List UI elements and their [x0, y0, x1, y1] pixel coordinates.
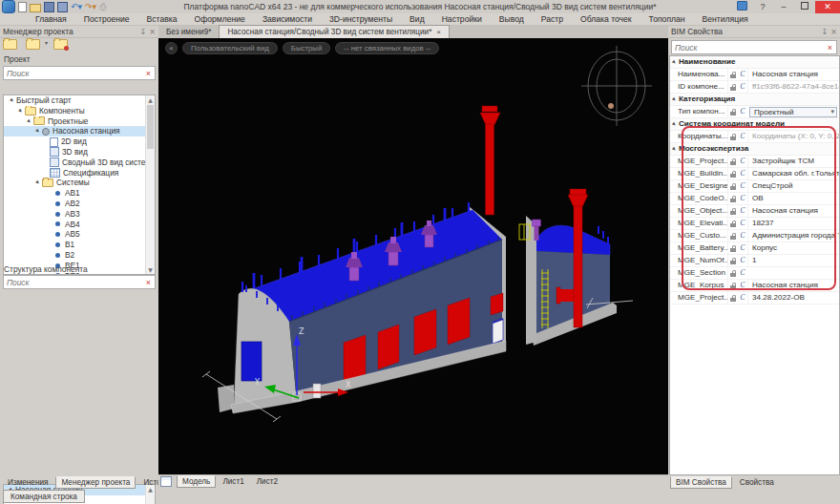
bim-search-input[interactable] — [672, 43, 824, 52]
menu-draw[interactable]: Построение — [75, 13, 138, 26]
tab-properties[interactable]: Свойства — [734, 476, 780, 489]
prop-row-mge[interactable]: MGE_KorpusCНасосная станция — [670, 280, 839, 292]
structure-search-clear-icon[interactable]: × — [142, 277, 155, 288]
new-file-icon[interactable] — [18, 2, 27, 12]
tree-item-av5[interactable]: АВ5 — [4, 229, 155, 240]
redo-icon[interactable]: ↷▾ — [85, 2, 96, 11]
save-icon[interactable] — [44, 2, 54, 12]
menu-topoplan[interactable]: Топоплан — [640, 13, 694, 26]
menu-ventilation[interactable]: Вентиляция — [694, 13, 757, 26]
tree-item-pump-station[interactable]: ▸Насосная станция — [4, 126, 155, 136]
navigation-sphere-icon[interactable] — [581, 46, 652, 126]
menu-raster[interactable]: Растр — [533, 13, 572, 26]
menu-constraints[interactable]: Зависимости — [254, 13, 321, 26]
minimize-button[interactable]: – — [773, 1, 794, 13]
print-icon[interactable]: ⎙ — [99, 2, 106, 11]
structure-search-input[interactable] — [4, 278, 142, 287]
prop-row-type[interactable]: Тип компон...CПроектный — [670, 106, 839, 118]
prop-group[interactable]: ▸Категоризация — [670, 94, 839, 106]
tree-item-specification[interactable]: Спецификация — [4, 168, 155, 178]
tree-item-quick-start[interactable]: ▸Быстрый старт — [4, 95, 155, 106]
prop-row-mge[interactable]: MGE_Object...CНасосная станция — [670, 205, 839, 218]
panel-close-icon[interactable]: × — [149, 28, 156, 36]
tree-item-av4[interactable]: АВ4 — [4, 220, 155, 230]
help-button[interactable]: ? — [752, 1, 773, 13]
open-file-icon[interactable] — [30, 4, 41, 12]
menu-main[interactable]: Главная — [27, 13, 75, 26]
window-app-icon[interactable] — [731, 1, 752, 13]
project-search-input[interactable] — [4, 69, 142, 78]
right-bottom-tabs: BIM Свойства Свойства — [670, 476, 780, 489]
menu-settings[interactable]: Настройки — [433, 13, 491, 26]
tree-item-av2[interactable]: АВ2 — [4, 199, 155, 209]
tree-item-v1[interactable]: В1 — [4, 240, 155, 250]
tree-item-av1[interactable]: АВ1 — [4, 188, 155, 199]
tree-item-project-folder[interactable]: ▸Проектные — [4, 116, 155, 127]
type-combobox[interactable]: Проектный — [749, 107, 837, 117]
prop-row-mge[interactable]: MGE_DesignerCСпецСтрой — [670, 180, 839, 193]
doc-tab-pump-station[interactable]: Насосная станция/Сводный 3D вид систем в… — [219, 25, 450, 38]
tree-item-summary-3d-view[interactable]: Сводный 3D вид систем вентиляции — [4, 158, 155, 168]
prop-row-mge[interactable]: MGE_Elevati...C18237 — [670, 218, 839, 230]
prop-row-mge[interactable]: MGE_NumOf...C1 — [670, 255, 839, 267]
prop-row-coords[interactable]: Координаты...CКоординаты (X: 0, Y: 0, Z:… — [670, 131, 839, 143]
bim-close-icon[interactable]: × — [830, 28, 837, 36]
sheet-list-icon[interactable] — [160, 476, 172, 487]
prop-row-mge[interactable]: MGE_Buildin...CСамарская обл. г.Тольятти… — [670, 168, 839, 180]
prop-row-mge[interactable]: MGE_CodeO...CОВ — [670, 193, 839, 205]
new-project-folder-icon[interactable] — [3, 39, 17, 50]
structure-search[interactable]: × — [3, 275, 156, 289]
tab-bim-properties[interactable]: BIM Свойства — [670, 476, 732, 489]
view-name-badge[interactable]: Пользовательский вид — [182, 42, 278, 54]
prop-row-mge[interactable]: MGE_Battery...CКорпус — [670, 242, 839, 255]
tree-item-components[interactable]: ▸Компоненты — [4, 106, 155, 116]
bim-search[interactable]: × — [671, 40, 837, 54]
tab-sheet1[interactable]: Лист1 — [217, 475, 249, 488]
undo-icon[interactable]: ↶▾ — [71, 2, 82, 11]
tab-model[interactable]: Модель — [177, 475, 216, 488]
menu-3d-tools[interactable]: 3D-инструменты — [321, 13, 401, 26]
project-search-clear-icon[interactable]: × — [142, 68, 155, 79]
menu-view[interactable]: Вид — [401, 13, 433, 26]
tree-item-systems[interactable]: ▸Системы — [4, 178, 155, 188]
open-project-folder-icon[interactable] — [26, 39, 40, 50]
project-search[interactable]: × — [3, 66, 156, 80]
command-line-button[interactable]: Командная строка — [3, 490, 85, 503]
close-project-folder-icon[interactable] — [53, 39, 68, 50]
prop-row-name[interactable]: Наименова...CНасосная станция — [670, 69, 839, 81]
menu-output[interactable]: Вывод — [491, 13, 533, 26]
prop-row-mge[interactable]: MGE_SectionC — [670, 267, 839, 280]
tab-sheet2[interactable]: Лист2 — [251, 475, 284, 488]
tree-item-3d-view[interactable]: 3D вид — [4, 147, 155, 158]
menu-point-clouds[interactable]: Облака точек — [572, 13, 640, 26]
tree-item-v2[interactable]: В2 — [4, 250, 155, 261]
prop-group[interactable]: ▸Система координат модели — [670, 118, 839, 131]
bim-pin-icon[interactable]: ↧ — [822, 28, 829, 36]
linked-views-badge[interactable]: -- нет связанных видов -- — [335, 42, 439, 54]
prop-row-mge[interactable]: MGE_Project...C34.28.2022-ОВ — [670, 292, 839, 304]
menu-annotate[interactable]: Оформление — [186, 13, 254, 26]
close-button[interactable]: ✕ — [815, 1, 840, 13]
prop-row-mge[interactable]: MGE_Custo...CАдминистрация города Тольят… — [670, 230, 839, 242]
pin-icon[interactable]: ↧ — [140, 28, 147, 36]
doc-tab-close-icon[interactable]: × — [436, 28, 441, 36]
3d-model-canvas[interactable]: Z Y X — [158, 38, 668, 474]
prop-group-mge[interactable]: ▸Мосгосэкспертиза — [670, 143, 839, 156]
tree-item-av3[interactable]: АВ3 — [4, 209, 155, 220]
prop-row-mge[interactable]: MGE_Project...CЗастройщик ТСМ — [670, 156, 839, 168]
prop-row-id[interactable]: ID компоне...Cff1c93f6-8622-47a4-8ce1-6d… — [670, 81, 839, 94]
project-tree-scrollbar[interactable]: ▲▼ — [145, 95, 155, 274]
bim-search-clear-icon[interactable]: × — [824, 42, 836, 53]
save-as-icon[interactable] — [57, 2, 68, 12]
3d-viewport[interactable]: Z Y X « Пользовательский вид Быстрый -- … — [158, 38, 668, 474]
maximize-button[interactable] — [794, 1, 815, 13]
tab-project-manager[interactable]: Менеджер проекта — [55, 476, 136, 489]
tree-item-2d-view[interactable]: 2D вид — [4, 136, 155, 147]
open-project-dropdown-icon[interactable]: ▾ — [45, 39, 48, 50]
visual-style-badge[interactable]: Быстрый — [283, 42, 331, 54]
collapse-views-button[interactable]: « — [165, 42, 178, 54]
doc-tab-unnamed[interactable]: Без имени9* — [158, 26, 219, 38]
tab-changes[interactable]: Изменения — [2, 476, 53, 489]
menu-insert[interactable]: Вставка — [138, 13, 186, 26]
prop-group[interactable]: ▸Наименование — [670, 56, 839, 69]
